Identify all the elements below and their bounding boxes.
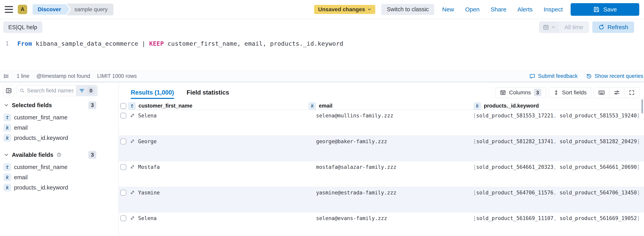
- feedback-icon: [529, 73, 535, 79]
- available-fields-header[interactable]: Available fields 3: [3, 151, 96, 159]
- expand-document-icon[interactable]: [130, 164, 135, 169]
- row-checkbox[interactable]: [120, 190, 126, 196]
- available-fields-section: Available fields 3 tcustomer_first_namek…: [3, 151, 118, 193]
- row-checkbox[interactable]: [120, 139, 126, 144]
- field-type-k-badge: k: [474, 102, 481, 110]
- product-id-value: sold_product_564706_11576: [476, 190, 554, 196]
- field-filter-button[interactable]: 0: [76, 85, 97, 96]
- table-row: Selenaselena@evans-family.zzz[sold_produ…: [119, 212, 644, 236]
- esql-help-button[interactable]: ES|QL help: [3, 21, 42, 33]
- breadcrumb-app[interactable]: Discover: [32, 4, 70, 15]
- filter-icon: [79, 88, 85, 94]
- cell-email: selena@evans-family.zzz: [306, 215, 472, 221]
- column-header-label: products._id.keyword: [484, 103, 539, 109]
- sort-fields-button[interactable]: Sort fields: [549, 87, 591, 98]
- save-button[interactable]: Save: [570, 3, 639, 16]
- field-item[interactable]: kemail: [3, 172, 118, 182]
- line-number: 1: [0, 40, 14, 47]
- field-type-k-badge: k: [308, 102, 316, 110]
- columns-button[interactable]: Columns 3: [495, 87, 546, 98]
- fullscreen-icon: [629, 90, 635, 96]
- fullscreen-button[interactable]: [624, 87, 639, 98]
- refresh-label: Refresh: [608, 24, 628, 30]
- row-checkbox[interactable]: [120, 113, 126, 119]
- product-id-value: sold_product_581282_13741: [476, 139, 554, 144]
- field-name: products._id.keyword: [14, 135, 68, 141]
- top-nav-link-open[interactable]: Open: [465, 6, 480, 13]
- field-name: email: [14, 125, 28, 131]
- expand-document-icon[interactable]: [130, 190, 135, 195]
- cell-customer-first-name: Selena: [138, 215, 157, 221]
- cell-customer-first-name: Yasmine: [138, 190, 160, 196]
- cell-email: george@baker-family.zzz: [306, 139, 472, 144]
- field-type-k-badge: k: [4, 184, 11, 191]
- fields-sidebar: 0 Selected fields 3 tcustomer_first_name…: [0, 83, 119, 236]
- query-token-pipe: |: [142, 40, 149, 47]
- section-count-badge: 3: [88, 151, 96, 159]
- space-avatar[interactable]: A: [18, 5, 27, 14]
- field-type-k-badge: k: [4, 134, 11, 142]
- tab-results[interactable]: Results (1,000): [131, 85, 174, 100]
- date-picker-button[interactable]: [539, 22, 559, 33]
- unsaved-changes-badge[interactable]: Unsaved changes: [314, 5, 375, 14]
- field-name: customer_first_name: [14, 114, 68, 121]
- product-id-value: sold_product_561669_19052: [560, 215, 637, 221]
- field-item[interactable]: kproducts._id.keyword: [3, 133, 118, 143]
- cell-products-id: [sold_product_564706_11576, sold_product…: [472, 190, 644, 196]
- field-type-k-badge: k: [4, 124, 11, 131]
- field-name: email: [14, 174, 28, 181]
- field-item[interactable]: tcustomer_first_name: [3, 112, 118, 123]
- switch-to-classic-button[interactable]: Switch to classic: [381, 4, 434, 15]
- timestamp-status: @timestamp not found: [36, 73, 90, 79]
- show-recent-queries-link[interactable]: Show recent queries: [586, 73, 643, 79]
- product-id-value: sold_product_564706_13450: [560, 190, 637, 196]
- field-item[interactable]: kemail: [3, 123, 118, 133]
- cell-products-id: [sold_product_581553_17221, sold_product…: [472, 113, 644, 119]
- column-header-customer-first-name[interactable]: t customer_first_name: [128, 102, 306, 110]
- selected-fields-header[interactable]: Selected fields 3: [3, 101, 96, 109]
- cell-products-id: [sold_product_561669_11107, sold_product…: [472, 215, 644, 221]
- columns-count-badge: 3: [534, 89, 542, 96]
- collapse-sidebar-button[interactable]: [3, 85, 14, 96]
- tab-field-statistics[interactable]: Field statistics: [187, 85, 229, 100]
- top-nav-link-new[interactable]: New: [442, 6, 454, 13]
- display-options-button[interactable]: [609, 87, 624, 98]
- history-icon: [586, 73, 592, 79]
- vertical-scrollbar[interactable]: [642, 99, 643, 113]
- row-checkbox[interactable]: [120, 164, 126, 170]
- results-panel: Results (1,000) Field statistics Columns…: [119, 83, 644, 236]
- chevron-down-icon: [368, 7, 371, 11]
- esql-editor[interactable]: 1 From kibana_sample_data_ecommerce | KE…: [0, 35, 644, 71]
- top-nav-link-inspect[interactable]: Inspect: [544, 6, 563, 13]
- save-icon: [593, 6, 600, 13]
- expand-document-icon[interactable]: [130, 139, 135, 144]
- editor-footer: 1 line @timestamp not found LIMIT 1000 r…: [0, 71, 644, 81]
- refresh-button[interactable]: Refresh: [592, 21, 634, 33]
- chevron-down-icon: [4, 103, 9, 108]
- field-item[interactable]: kproducts._id.keyword: [3, 182, 118, 193]
- row-checkbox[interactable]: [120, 215, 126, 221]
- select-all-checkbox[interactable]: [120, 103, 126, 109]
- column-header-email[interactable]: k email: [306, 102, 472, 110]
- query-token-plain: customer_first_name, email, products._id…: [168, 40, 343, 47]
- search-input[interactable]: [27, 87, 74, 94]
- filter-count-badge: 0: [87, 87, 95, 94]
- column-header-products-id[interactable]: k products._id.keyword: [472, 102, 644, 110]
- expand-document-icon[interactable]: [130, 216, 135, 221]
- field-search: 0: [16, 85, 98, 96]
- product-id-value: sold_product_581282_20429: [560, 139, 637, 144]
- help-icon[interactable]: [56, 152, 62, 157]
- selected-fields-section: Selected fields 3 tcustomer_first_nameke…: [3, 101, 118, 143]
- top-nav-link-share[interactable]: Share: [491, 6, 506, 13]
- column-header-label: email: [319, 103, 332, 109]
- table-row: Mostafamostafa@salazar-family.zzz[sold_p…: [119, 161, 644, 187]
- expand-document-icon[interactable]: [130, 113, 135, 118]
- submit-feedback-link[interactable]: Submit feedback: [529, 73, 578, 79]
- product-id-value: sold_product_564661_20323: [476, 164, 554, 170]
- field-item[interactable]: tcustomer_first_name: [3, 162, 118, 172]
- keyboard-shortcuts-button[interactable]: [594, 87, 609, 98]
- top-nav-link-alerts[interactable]: Alerts: [518, 6, 533, 13]
- menu-icon[interactable]: [5, 6, 13, 13]
- cell-customer-first-name: George: [138, 139, 157, 144]
- time-range-value[interactable]: All time: [559, 22, 589, 33]
